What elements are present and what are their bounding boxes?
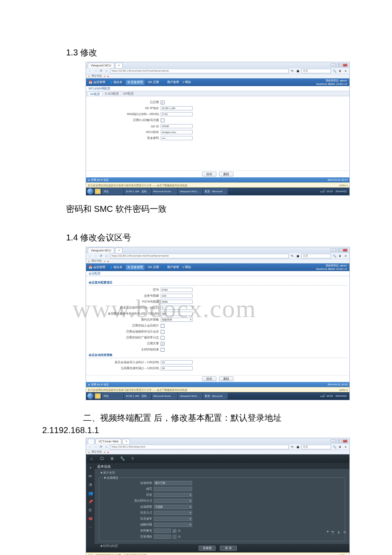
save-button[interactable]: 保存 <box>202 172 216 176</box>
window-max-button[interactable]: □ <box>337 64 342 67</box>
mic-status-icon[interactable]: 🎤 <box>325 530 329 535</box>
edit-icon[interactable]: ✎ <box>290 69 294 73</box>
tab-h323[interactable]: H.323配置 <box>103 91 121 96</box>
voice-rate-select[interactable] <box>154 517 192 521</box>
bm-icon[interactable]: ➔ <box>104 260 106 263</box>
loop-input[interactable]: 3 <box>161 306 193 310</box>
nav-forward-icon[interactable]: → <box>93 445 98 449</box>
h323reg-checkbox[interactable] <box>161 119 164 122</box>
nav-help[interactable]: ? 帮助 <box>182 80 191 84</box>
tab-gk[interactable]: GK配置 <box>88 91 102 96</box>
bm-icon-2[interactable]: ● <box>107 260 109 263</box>
nav-help[interactable]: ? 帮助 <box>182 265 191 269</box>
short-input[interactable] <box>154 487 192 491</box>
nav-gk[interactable]: GK 启用 <box>148 80 159 84</box>
zoom-indicator[interactable]: 100% ▾ <box>339 553 348 555</box>
nav-back-icon[interactable]: ← <box>88 445 92 449</box>
home-icon[interactable]: ⌂ <box>89 456 95 462</box>
window-min-button[interactable]: – <box>331 439 336 443</box>
chair-checkbox[interactable] <box>161 324 164 328</box>
task-item[interactable]: Microsoft Excel - … <box>152 188 177 194</box>
layout-icon[interactable]: ▣ <box>296 445 300 449</box>
window-min-button[interactable]: – <box>331 249 336 252</box>
nav-home-icon[interactable]: ⌂ <box>104 69 109 73</box>
password-input[interactable]: •••• <box>161 136 193 140</box>
task-item[interactable]: 配置 · Microsoft … <box>203 188 228 194</box>
search-icon[interactable]: 🔍 <box>332 69 337 73</box>
download-icon[interactable]: ⬇ <box>338 254 342 258</box>
mic-checkbox[interactable]: ✓ <box>173 529 176 533</box>
favorites-link[interactable]: ★ <box>88 75 90 78</box>
gk-ip-input[interactable]: 10.80.1.184 <box>161 106 193 110</box>
save-button[interactable]: 保存 <box>202 376 216 381</box>
noface-input[interactable]: 30 <box>161 366 193 370</box>
more-icon[interactable]: ⋯ <box>87 524 93 530</box>
bm-icon-2[interactable]: ● <box>107 451 109 454</box>
lang-select[interactable] <box>154 493 192 497</box>
delete-button[interactable]: 删除 <box>219 172 233 176</box>
delete-button[interactable]: 删除 <box>219 376 233 381</box>
policy-select[interactable]: 智能管控 <box>161 318 193 322</box>
nav-reload-icon[interactable]: ⟳ <box>99 254 103 258</box>
notice-text[interactable]: 您当前使用的浏览器版本过低将可能导致页面显示不正常——点击下载最新版本的浏览器 <box>88 387 187 392</box>
link-status-icon[interactable]: ⇄ <box>343 530 347 535</box>
bm-icon[interactable]: ➔ <box>104 75 106 78</box>
mail-icon[interactable]: ✉ <box>87 473 93 479</box>
layout-icon[interactable]: ▣ <box>296 69 300 73</box>
help-icon[interactable]: ? <box>130 456 135 462</box>
type-select[interactable]: 可见类 <box>154 505 192 509</box>
nav-user[interactable]: 👤 用户管理 <box>162 80 179 84</box>
monitor-icon[interactable]: 🖵 <box>99 456 105 462</box>
pin-icon[interactable]: 📌 <box>87 499 93 505</box>
pstn-prefix-input[interactable]: 9999 <box>161 300 193 304</box>
expand-all-toggle[interactable]: 展开全部 <box>103 471 115 474</box>
task-item[interactable]: 浏览 <box>102 188 123 194</box>
browser-tab[interactable]: VCT.Inner Web <box>95 439 121 444</box>
search-input[interactable]: 百度 <box>301 254 331 258</box>
bm-icon-2[interactable]: ● <box>107 75 109 78</box>
menu-icon[interactable]: ≡ <box>343 69 348 73</box>
nav-gk[interactable]: GK 启用 <box>148 265 159 269</box>
browser-tab[interactable]: Viewpoint MCU <box>88 63 114 68</box>
voice-mode-select[interactable] <box>154 511 192 515</box>
window-min-button[interactable]: – <box>331 64 336 67</box>
window-max-button[interactable]: □ <box>337 439 342 443</box>
system-tray[interactable]: ▴ 🔊 10:222014/4/21 <box>320 190 349 193</box>
window-close-button[interactable]: × <box>343 249 348 252</box>
hangup-icon[interactable]: ☎ <box>87 516 93 522</box>
nav-device[interactable]: ⚙ 设备管理 <box>126 265 144 270</box>
nav-user[interactable]: 👤 用户管理 <box>162 265 179 269</box>
release-checkbox[interactable] <box>161 330 164 334</box>
dual-select[interactable] <box>154 499 192 503</box>
task-item[interactable]: Microsoft Excel - … <box>152 393 177 399</box>
window-close-button[interactable]: × <box>343 64 348 67</box>
nav-meeting[interactable]: 📅 会议管理 <box>89 80 105 84</box>
favorites-link[interactable]: ★ <box>88 451 90 454</box>
gk-id-input[interactable]: 44130 <box>161 124 193 128</box>
edit-icon[interactable]: ✎ <box>290 445 294 449</box>
site-nav-link[interactable]: 网址导航 <box>92 450 102 454</box>
window-max-button[interactable]: □ <box>337 249 342 252</box>
phone-icon[interactable]: ✆ <box>87 507 93 513</box>
bcast-checkbox[interactable] <box>161 336 164 340</box>
nav-back-icon[interactable]: ← <box>88 254 92 258</box>
wrench-icon[interactable]: 🔧 <box>119 456 125 462</box>
tab-sip[interactable]: SIP配置 <box>121 91 135 96</box>
task-item[interactable]: 10.80.1.184 · 远程… <box>124 393 151 399</box>
url-input[interactable]: https://10.80.1.8/mcu/main.html?userName… <box>110 254 289 258</box>
search-icon[interactable]: 🔍 <box>332 445 337 449</box>
zoom-indicator[interactable]: 100% ▾ <box>339 183 348 187</box>
browser-tab[interactable]: Viewpoint MCU <box>88 248 114 253</box>
site-name-input[interactable]: 第十三部 <box>154 481 192 485</box>
nav-home-icon[interactable]: ⌂ <box>104 445 109 449</box>
nav-reload-icon[interactable]: ⟳ <box>99 69 103 73</box>
nav-reload-icon[interactable]: ⟳ <box>99 445 103 449</box>
zoom-indicator[interactable]: 100% ▾ <box>339 387 348 392</box>
url-input[interactable]: https://10.80.1.8/mcu/main.html?userName… <box>110 69 289 73</box>
nav-forward-icon[interactable]: → <box>93 69 98 73</box>
notice-text[interactable]: 当前一些脚本和控件还未加载，这将导致某运行内容…… <box>88 553 152 555</box>
download-icon[interactable]: ⬇ <box>338 445 342 449</box>
browser-tab[interactable]: · <box>88 439 95 444</box>
nav-home-icon[interactable]: ⌂ <box>104 254 109 258</box>
browser-tab-new[interactable]: + <box>115 63 123 68</box>
